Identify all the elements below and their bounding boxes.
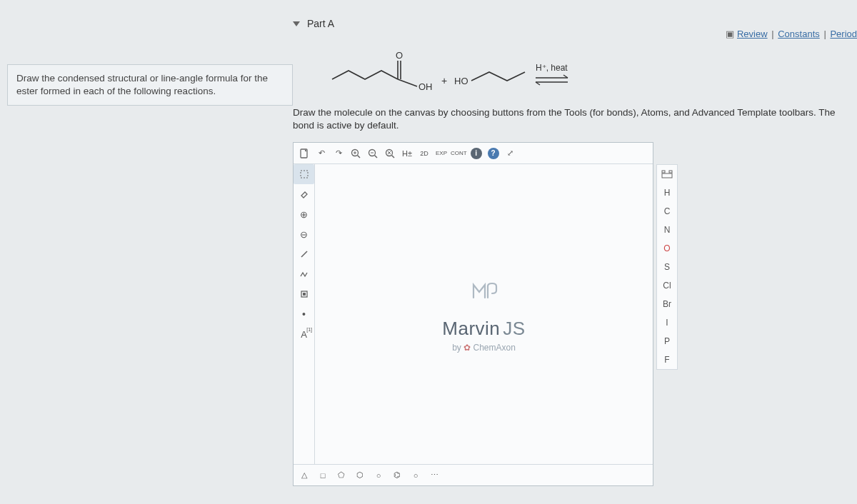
eraser-tool[interactable] [294,184,314,204]
undo-button[interactable]: ↶ [314,146,329,161]
svg-line-23 [301,251,307,257]
atom-h[interactable]: H [657,183,677,202]
editor-left-toolbar: ⊕ ⊖ • A[1] [294,164,315,464]
editor-atom-toolbar: H C N O S Cl Br I P F [656,164,678,370]
part-label: Part A [307,18,334,29]
editor-top-toolbar: ↶ ↷ H± 2D EXP CONT i ? ⤢ [294,143,653,164]
atom-c[interactable]: C [657,202,677,221]
svg-text:+: + [441,75,447,86]
svg-line-3 [398,79,417,86]
constants-link[interactable]: Constants [778,29,820,39]
svg-rect-26 [662,171,665,173]
ring-benzene[interactable]: ⌬ [389,468,405,483]
review-icon: ▣ [726,29,734,39]
draw-instruction: Draw the molecule on the canvas by choos… [293,106,857,132]
ring-square[interactable]: □ [315,468,331,483]
atom-s[interactable]: S [657,258,677,276]
marvin-logo-icon [468,276,501,312]
marvin-byline: by ✿ ChemAxon [452,343,516,353]
ring-triangle[interactable]: △ [296,468,312,483]
fullscreen-button[interactable]: ⤢ [503,146,518,161]
periodic-link[interactable]: Period [830,29,857,39]
help-button[interactable]: ? [486,146,501,161]
svg-line-16 [375,155,378,158]
select-tool[interactable] [294,164,314,184]
hydrogen-button[interactable]: H± [399,146,415,161]
svg-rect-27 [669,171,672,173]
cont-button[interactable]: CONT [451,146,467,161]
svg-text:OH: OH [419,81,433,92]
svg-rect-22 [301,171,308,178]
periodic-table-button[interactable] [657,165,677,183]
atom-f[interactable]: F [657,351,677,369]
annotation-tool[interactable]: A[1] [294,324,314,344]
chemaxon-icon: ✿ [463,343,471,353]
reaction-scheme: O OH + HO H⁺, heat [321,51,857,94]
view-2d-button[interactable]: 2D [416,146,432,161]
bond-tool[interactable] [294,244,314,264]
editor-bottom-toolbar: △ □ ⬠ ⬡ ○ ⌬ ○ ⋯ [294,464,653,485]
atom-br[interactable]: Br [657,295,677,313]
svg-text:HO: HO [454,76,468,86]
ring-pentagon[interactable]: ⬠ [334,468,349,483]
zoom-in-button[interactable] [348,146,364,161]
zoom-reset-button[interactable] [382,146,398,161]
marvin-editor: ↶ ↷ H± 2D EXP CONT i ? ⤢ [293,142,653,486]
atom-cl[interactable]: Cl [657,276,677,295]
svg-text:O: O [396,50,403,61]
review-link[interactable]: Review [737,29,768,39]
svg-text:H⁺, heat: H⁺, heat [536,63,568,73]
svg-line-12 [358,155,361,158]
atom-p[interactable]: P [657,332,677,351]
part-header[interactable]: Part A [293,18,857,29]
question-instruction: Draw the condensed structural or line-an… [7,64,293,106]
atom-o[interactable]: O [657,239,677,258]
svg-line-19 [392,155,395,158]
radical-tool[interactable]: • [294,304,314,324]
zoom-out-button[interactable] [365,146,381,161]
ring-hexagon[interactable]: ⬡ [352,468,368,483]
svg-rect-25 [303,293,306,296]
redo-button[interactable]: ↷ [331,146,346,161]
collapse-icon [293,21,300,26]
exp-button[interactable]: EXP [433,146,449,161]
ring-cyclo[interactable]: ○ [408,468,424,483]
new-button[interactable] [296,146,312,161]
drawing-canvas[interactable]: MarvinJS by ✿ ChemAxon [315,164,653,464]
template-tool[interactable] [294,284,314,304]
svg-rect-28 [662,173,672,178]
atom-n[interactable]: N [657,221,677,239]
ring-heptagon[interactable]: ○ [371,468,386,483]
atom-i[interactable]: I [657,313,677,332]
info-button[interactable]: i [468,146,484,161]
top-links: ▣Review | Constants | Period [726,29,857,39]
chain-tool[interactable] [294,264,314,284]
charge-plus-tool[interactable]: ⊕ [294,204,314,224]
ring-custom[interactable]: ⋯ [426,468,442,483]
charge-minus-tool[interactable]: ⊖ [294,224,314,244]
marvin-brand: MarvinJS [442,318,525,340]
